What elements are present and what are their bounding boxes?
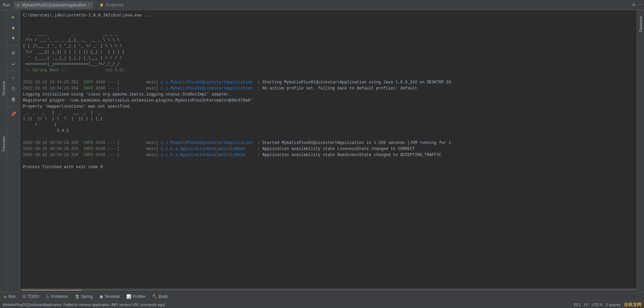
separator-1 [8, 45, 18, 46]
scroll-up-icon: ▲ [12, 25, 14, 30]
separator-2 [8, 71, 18, 71]
run-tab-icon: ▶ [17, 3, 20, 7]
scroll-down-button[interactable]: ▼ [9, 34, 18, 43]
endpoints-tab[interactable]: ⚡ Endpoints [96, 1, 127, 9]
todo-icon: ☑ [23, 294, 26, 299]
build-icon: 🔨 [152, 294, 157, 299]
horizontal-scrollbar[interactable] [20, 288, 637, 291]
todo-tab[interactable]: ☑ TODO [21, 294, 40, 300]
window-controls: ⚙ ─ [632, 2, 641, 8]
top-bar: Run: ▶ MybatisPlus01QuickstartApplicatio… [0, 0, 644, 10]
database-panel-tab[interactable]: Database [638, 13, 643, 35]
scroll-down-icon: ▼ [12, 36, 14, 41]
run-tab-label: MybatisPlus01QuickstartApplication [22, 3, 86, 7]
run-button[interactable]: ▶ [9, 12, 18, 22]
bottom-toolbar: ▶ Run ☑ TODO ⚠ Problems 🍃 Spring ▣ Termi… [0, 292, 644, 301]
minimize-icon[interactable]: ─ [639, 2, 641, 8]
structure-panel-tab[interactable]: Structure [0, 77, 6, 99]
exit-code: Process finished with exit code 0 [23, 165, 103, 169]
log-line-2: 2022-10-16 10:34:23.354 INFO 4340 --- [ … [23, 86, 417, 91]
status-right: 25:1 LF UTF-8 2 spaces 吉林龙网 [574, 302, 641, 308]
status-left: MybatisPlus01QuickstartApplication: Fail… [3, 303, 165, 307]
trash-icon: 🗑 [11, 97, 16, 102]
right-sidebar: Database [637, 10, 644, 292]
wrap-icon: ↵ [12, 61, 14, 67]
terminal-label: Terminal [104, 294, 120, 299]
wrap-button[interactable]: ↵ [9, 59, 18, 68]
log-mapper: Property 'mapperLocations' was not speci… [23, 104, 132, 109]
run-bottom-icon: ▶ [4, 294, 7, 299]
separator-3 [8, 107, 18, 107]
terminal-icon: ▣ [99, 294, 103, 299]
endpoints-tab-label: Endpoints [106, 3, 124, 7]
status-message: MybatisPlus01QuickstartApplication: Fail… [3, 303, 165, 307]
spring-tab[interactable]: 🍃 Spring [73, 294, 94, 300]
main-layout: Structure Favorites ▶ ▲ ▼ ⊡ ↵ ← ⎙ 🗑 [0, 10, 644, 292]
mybatisplus-logo: _ _ _ | _ __ _ | _ | || |/ \ | | \ | || … [23, 110, 103, 133]
scrollbar-thumb[interactable] [22, 290, 82, 291]
back-button[interactable]: ← [9, 73, 18, 83]
endpoints-tab-icon: ⚡ [99, 3, 104, 7]
run-bottom-label: Run [8, 294, 16, 299]
favorites-panel-tab[interactable]: Favorites [0, 133, 6, 155]
left-toolbar: ▶ ▲ ▼ ⊡ ↵ ← ⎙ 🗑 📌 [7, 10, 20, 292]
profiler-icon: 📊 [126, 294, 131, 299]
encoding-label: UTF-8 [592, 303, 602, 307]
camera-icon: ⊡ [12, 50, 14, 56]
pin-icon: 📌 [10, 111, 16, 117]
run-bottom-tab[interactable]: ▶ Run [3, 294, 17, 300]
java-command-line: C:\Users\mi\.jdks\corretto-1.8.0_342\bin… [20, 11, 637, 18]
log-line-1: 2022-10-16 10:34:23.352 INFO 4340 --- [ … [23, 80, 451, 85]
log-line-7: 2022-10-16 10:34:24.333 INFO 4340 --- [ … [23, 147, 415, 151]
run-tab-close[interactable]: × [88, 3, 90, 7]
scrollbar-track [22, 290, 635, 291]
cursor-position: 25:1 [574, 303, 581, 307]
profiler-tab[interactable]: 📊 Profiler [125, 294, 147, 300]
watermark-label: 吉林龙网 [624, 302, 641, 308]
build-label: Build [159, 294, 168, 299]
print-button[interactable]: ⎙ [9, 84, 18, 93]
console-area: C:\Users\mi\.jdks\corretto-1.8.0_342\bin… [20, 10, 637, 292]
status-bar: MybatisPlus01QuickstartApplication: Fail… [0, 301, 644, 308]
run-icon: ▶ [12, 14, 14, 20]
terminal-tab[interactable]: ▣ Terminal [98, 294, 121, 300]
log-plugin: Registered plugin: 'com.baomidou.mybatis… [23, 98, 253, 103]
screenshot-button[interactable]: ⊡ [9, 48, 18, 57]
left-panel-labels: Structure Favorites [0, 10, 7, 292]
spring-boot-logo: . ____ _ __ _ _ /\\ / ___'_ __ _ _(_)_ _… [23, 32, 124, 67]
log-ibatis: Logging initialized using 'class org.apa… [23, 92, 231, 97]
profiler-label: Profiler [133, 294, 145, 299]
pin-button[interactable]: 📌 [9, 109, 18, 119]
console-output: . ____ _ __ _ _ /\\ / ___'_ __ _ _(_)_ _… [20, 18, 637, 177]
todo-label: TODO [28, 294, 39, 299]
run-tab[interactable]: ▶ MybatisPlus01QuickstartApplication × [14, 1, 93, 9]
clear-button[interactable]: 🗑 [9, 95, 18, 104]
back-icon: ← [12, 75, 14, 81]
log-line-6: 2022-10-16 10:34:24.332 INFO 4340 --- [ … [23, 141, 451, 145]
problems-tab[interactable]: ⚠ Problems [44, 294, 69, 300]
build-tab[interactable]: 🔨 Build [151, 294, 169, 300]
spring-icon: 🍃 [75, 294, 80, 299]
spring-label: Spring [81, 294, 93, 299]
run-label: Run: [3, 3, 11, 7]
log-line-8: 2022-10-16 10:34:24.334 INFO 4340 --- [ … [23, 153, 441, 157]
line-separator-lf: LF [584, 303, 589, 307]
spring-version-label: :: Spring Boot :: (v2.5.0) [23, 68, 124, 73]
settings-icon[interactable]: ⚙ [632, 2, 635, 8]
print-icon: ⎙ [12, 86, 15, 91]
indent-label: 2 spaces [606, 303, 620, 307]
scroll-up-button[interactable]: ▲ [9, 23, 18, 32]
problems-label: Problems [51, 294, 68, 299]
problems-icon: ⚠ [46, 294, 49, 299]
